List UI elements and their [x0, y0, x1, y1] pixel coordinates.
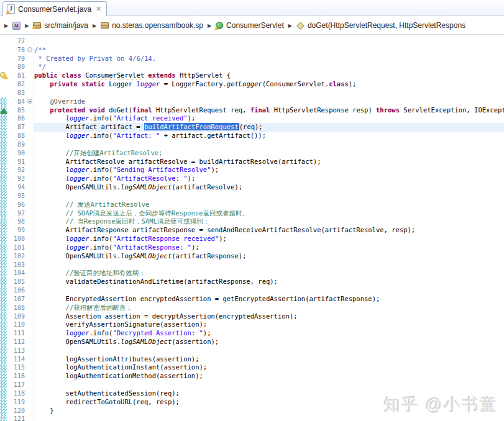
- code-line[interactable]: 80 */: [0, 63, 504, 71]
- code-line[interactable]: 105 validateDestinationAndLifetime(artif…: [0, 278, 504, 286]
- code-text[interactable]: [34, 381, 504, 389]
- line-number[interactable]: 108: [7, 304, 26, 312]
- code-text[interactable]: public class ConsumerServlet extends Htt…: [34, 71, 504, 80]
- line-number[interactable]: 97: [7, 209, 26, 218]
- code-line[interactable]: 109 Assertion assertion = decryptAsserti…: [0, 312, 504, 321]
- line-number[interactable]: 95: [7, 192, 26, 201]
- code-line[interactable]: 98 // 当Response返回时，SAML消息便可或得到：: [0, 217, 504, 226]
- code-text[interactable]: protected void doGet(final HttpServletRe…: [34, 106, 504, 115]
- close-icon[interactable]: ✕: [96, 5, 101, 13]
- code-text[interactable]: [34, 286, 504, 295]
- line-number[interactable]: 103: [7, 261, 26, 269]
- tab-consumerservlet[interactable]: ConsumerServlet.java ✕: [2, 1, 107, 16]
- code-line[interactable]: 113: [0, 346, 504, 355]
- line-number[interactable]: 87: [7, 123, 26, 132]
- breadcrumb-item-project[interactable]: [12, 22, 21, 30]
- code-text[interactable]: logAuthenticationMethod(assertion);: [34, 372, 504, 381]
- line-number[interactable]: 91: [7, 158, 26, 166]
- line-number[interactable]: 104: [7, 269, 26, 278]
- code-text[interactable]: logger.info("ArtifactResponse: ");: [34, 243, 504, 252]
- code-line[interactable]: 117: [0, 381, 504, 389]
- code-line[interactable]: 99 ArtifactResponse artifactResponse = s…: [0, 226, 504, 235]
- code-line[interactable]: 92 logger.info("Sending ArtifactResolve"…: [0, 166, 504, 174]
- breadcrumb-item-class[interactable]: ConsumerServlet: [216, 21, 284, 30]
- code-text[interactable]: logger.info("ArtifactResolve: ");: [34, 174, 504, 183]
- code-text[interactable]: logger.info("Artifact: " + artifact.getA…: [34, 132, 504, 140]
- collapse-icon[interactable]: [27, 99, 32, 104]
- code-text[interactable]: // 当Response返回时，SAML消息便可或得到：: [34, 217, 504, 226]
- line-number[interactable]: 99: [7, 226, 26, 235]
- line-number[interactable]: 114: [7, 355, 26, 364]
- line-number[interactable]: 88: [7, 132, 26, 140]
- line-number[interactable]: 98: [7, 217, 26, 226]
- code-text[interactable]: //获得解密后的断言；: [34, 304, 504, 312]
- line-number[interactable]: 92: [7, 166, 26, 174]
- line-number[interactable]: 120: [7, 407, 26, 415]
- code-line[interactable]: 79 * Created by Privat on 4/6/14.: [0, 55, 504, 63]
- code-text[interactable]: private static Logger logger = LoggerFac…: [34, 80, 504, 89]
- code-text[interactable]: logger.info("Artifact received");: [34, 114, 504, 123]
- chevron-right-icon[interactable]: ▶: [208, 23, 211, 29]
- code-text[interactable]: [34, 192, 504, 201]
- line-number[interactable]: 84: [7, 97, 26, 106]
- code-line[interactable]: 77: [0, 37, 504, 46]
- code-line[interactable]: 87 Artifact artifact = buildArtifactFrom…: [0, 123, 504, 132]
- code-text[interactable]: validateDestinationAndLifetime(artifactR…: [34, 278, 504, 286]
- code-text[interactable]: logger.info("Decrypted Assertion: ");: [34, 329, 504, 338]
- code-line[interactable]: 88 logger.info("Artifact: " + artifact.g…: [0, 132, 504, 140]
- code-line[interactable]: 114 logAssertionAttributes(assertion);: [0, 355, 504, 364]
- chevron-right-icon[interactable]: ▶: [93, 23, 96, 29]
- code-text[interactable]: ArtifactResolve artifactResolve = buildA…: [34, 158, 504, 166]
- line-number[interactable]: 116: [7, 372, 26, 381]
- breadcrumb-item-method[interactable]: doGet(HttpServletRequest, HttpServletRes…: [296, 21, 465, 30]
- code-line[interactable]: 102 OpenSAMLUtils.logSAMLObject(artifact…: [0, 252, 504, 261]
- chevron-right-icon[interactable]: ▶: [4, 23, 8, 29]
- code-text[interactable]: Assertion assertion = decryptAssertion(e…: [34, 312, 504, 321]
- code-text[interactable]: [34, 261, 504, 269]
- code-text[interactable]: logAssertionAttributes(assertion);: [34, 355, 504, 364]
- code-line[interactable]: 116 logAuthenticationMethod(assertion);: [0, 372, 504, 381]
- code-line[interactable]: 104 //验证目的地址和有效期；: [0, 269, 504, 278]
- code-line[interactable]: 96 // 发送ArtifactResolve: [0, 201, 504, 209]
- line-number[interactable]: 77: [7, 37, 26, 46]
- collapse-icon[interactable]: [27, 47, 32, 52]
- code-line[interactable]: 90 //开始创建ArtifactResolve;: [0, 149, 504, 158]
- code-line[interactable]: 103: [0, 261, 504, 269]
- code-text[interactable]: [34, 89, 504, 97]
- code-text[interactable]: [34, 140, 504, 149]
- code-text[interactable]: @Override: [34, 97, 504, 106]
- line-number[interactable]: 80: [7, 63, 26, 71]
- line-number[interactable]: 94: [7, 183, 26, 192]
- code-text[interactable]: OpenSAMLUtils.logSAMLObject(artifactReso…: [34, 183, 504, 192]
- warning-bulb-icon[interactable]: [0, 72, 8, 79]
- line-number[interactable]: 117: [7, 381, 26, 389]
- code-line[interactable]: 115 logAuthenticationInstant(assertion);: [0, 363, 504, 372]
- line-number[interactable]: 107: [7, 295, 26, 304]
- code-line[interactable]: 86 logger.info("Artifact received");: [0, 114, 504, 123]
- line-number[interactable]: 121: [7, 415, 26, 421]
- chevron-right-icon[interactable]: ▶: [288, 23, 292, 29]
- code-line[interactable]: 111 logger.info("Decrypted Assertion: ")…: [0, 329, 504, 338]
- code-line[interactable]: 94 OpenSAMLUtils.logSAMLObject(artifactR…: [0, 183, 504, 192]
- code-editor[interactable]: 7778/**79 * Created by Privat on 4/6/14.…: [0, 35, 504, 421]
- code-line[interactable]: 91 ArtifactResolve artifactResolve = bui…: [0, 158, 504, 166]
- line-number[interactable]: 106: [7, 286, 26, 295]
- override-indicator-icon[interactable]: [0, 108, 7, 113]
- code-text[interactable]: //开始创建ArtifactResolve;: [34, 149, 504, 158]
- chevron-right-icon[interactable]: ▶: [25, 23, 29, 29]
- code-text[interactable]: logger.info("Sending ArtifactResolve");: [34, 166, 504, 174]
- line-number[interactable]: 119: [7, 398, 26, 407]
- code-line[interactable]: 108 //获得解密后的断言；: [0, 304, 504, 312]
- line-number[interactable]: 90: [7, 149, 26, 158]
- code-line[interactable]: 84 @Override: [0, 97, 504, 106]
- breadcrumb-item-source-folder[interactable]: src/main/java: [33, 21, 88, 30]
- line-number[interactable]: 82: [7, 80, 26, 89]
- code-text[interactable]: /**: [34, 46, 504, 55]
- code-line[interactable]: 107 EncryptedAssertion encryptedAssertio…: [0, 295, 504, 304]
- code-text[interactable]: Artifact artifact = buildArtifactFromReq…: [34, 123, 504, 132]
- line-number[interactable]: 111: [7, 329, 26, 338]
- line-number[interactable]: 96: [7, 201, 26, 209]
- code-line[interactable]: 112 OpenSAMLUtils.logSAMLObject(assertio…: [0, 338, 504, 346]
- code-text[interactable]: OpenSAMLUtils.logSAMLObject(assertion);: [34, 338, 504, 346]
- code-text[interactable]: OpenSAMLUtils.logSAMLObject(artifactResp…: [34, 252, 504, 261]
